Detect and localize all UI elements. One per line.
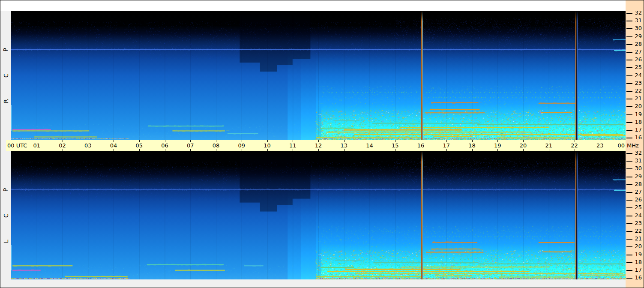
freq-tick-bottom-22	[626, 231, 632, 232]
time-label-00-utc: 00 UTC	[7, 142, 27, 149]
time-label-07: 07	[184, 142, 197, 149]
hour-tick-24-bot	[625, 149, 625, 151]
spectrogram-page: AJ4CO Observatory 02 Jan 2021 - DPS on T…	[0, 0, 644, 288]
freq-tick-bottom-25	[626, 207, 632, 208]
freq-label-bottom-31: 31	[632, 157, 642, 164]
hour-tick-10-bot	[267, 149, 268, 151]
freq-label-top-26: 26	[632, 56, 642, 63]
time-label-12: 12	[312, 142, 325, 149]
freq-tick-bottom-19	[626, 255, 632, 255]
freq-tick-bottom-24	[626, 216, 632, 216]
freq-label-top-24: 24	[632, 72, 642, 78]
freq-tick-bottom-21	[626, 239, 632, 240]
mhz-unit-label: MHz	[627, 142, 639, 149]
freq-tick-top-28	[626, 44, 632, 45]
freq-label-bottom-16: 16	[632, 274, 642, 281]
freq-tick-bottom-16	[626, 278, 632, 279]
polarization-letter-c: C	[3, 73, 9, 78]
freq-tick-top-19	[626, 114, 632, 115]
freq-label-top-29: 29	[632, 33, 642, 39]
freq-label-top-16: 16	[632, 134, 642, 141]
freq-label-top-32: 32	[632, 9, 642, 16]
time-label-04: 04	[107, 142, 120, 149]
time-label-15: 15	[389, 142, 401, 149]
time-label-03: 03	[81, 142, 94, 149]
freq-tick-top-27	[626, 52, 632, 53]
freq-label-bottom-28: 28	[632, 181, 642, 187]
hour-tick-4-bot	[114, 149, 114, 151]
freq-tick-top-16	[626, 138, 632, 138]
freq-tick-top-23	[626, 83, 632, 84]
freq-tick-bottom-23	[626, 223, 632, 224]
freq-label-bottom-23: 23	[632, 220, 642, 226]
time-label-21: 21	[542, 142, 555, 149]
time-label-18: 18	[466, 142, 479, 149]
hour-tick-12-bot	[318, 149, 319, 151]
time-label-23: 23	[593, 142, 606, 149]
time-label-08: 08	[210, 142, 222, 149]
polarization-letter-l: L	[3, 240, 9, 243]
freq-label-bottom-24: 24	[632, 212, 642, 219]
freq-scale-column: MHz 323130292827262524232221201918171632…	[626, 0, 644, 288]
polarization-letter-p: P	[2, 188, 9, 191]
hour-tick-16-bot	[421, 149, 421, 151]
freq-tick-top-30	[626, 28, 632, 29]
time-label-20: 20	[517, 142, 530, 149]
freq-tick-bottom-32	[626, 153, 632, 154]
freq-tick-bottom-18	[626, 262, 632, 263]
freq-tick-top-17	[626, 130, 632, 131]
freq-label-bottom-21: 21	[632, 235, 642, 242]
freq-tick-top-18	[626, 122, 632, 123]
time-label-24h: 00	[617, 142, 625, 149]
freq-tick-top-21	[626, 99, 632, 99]
title-bar: AJ4CO Observatory 02 Jan 2021 - DPS on T…	[0, 0, 629, 11]
hour-tick-11-bot	[293, 149, 293, 151]
rcp-polarization-label: PCR	[0, 11, 11, 140]
time-label-01: 01	[30, 142, 43, 149]
time-label-19: 19	[491, 142, 504, 149]
hour-tick-14-bot	[370, 149, 370, 151]
time-label-10: 10	[261, 142, 274, 149]
freq-tick-bottom-17	[626, 270, 632, 271]
freq-tick-top-24	[626, 75, 632, 76]
freq-label-top-25: 25	[632, 64, 642, 70]
hour-tick-21-bot	[549, 149, 549, 151]
hour-tick-6-bot	[165, 149, 165, 151]
freq-label-bottom-18: 18	[632, 259, 642, 265]
freq-label-bottom-29: 29	[632, 173, 642, 180]
freq-label-top-18: 18	[632, 119, 642, 125]
freq-label-top-30: 30	[632, 25, 642, 31]
freq-tick-bottom-30	[626, 168, 632, 169]
freq-label-bottom-22: 22	[632, 228, 642, 234]
time-label-11: 11	[286, 142, 299, 149]
freq-label-top-23: 23	[632, 80, 642, 86]
hour-tick-20-bot	[523, 149, 524, 151]
freq-label-top-17: 17	[632, 126, 642, 133]
lcp-polarization-label: PCL	[0, 151, 11, 279]
hour-tick-22-bot	[575, 149, 575, 151]
freq-tick-bottom-29	[626, 177, 632, 177]
freq-tick-top-25	[626, 67, 632, 68]
time-label-13: 13	[338, 142, 350, 149]
hour-tick-13-bot	[344, 149, 344, 151]
freq-label-top-21: 21	[632, 95, 642, 102]
freq-label-bottom-20: 20	[632, 243, 642, 249]
freq-tick-bottom-26	[626, 200, 632, 201]
freq-tick-top-26	[626, 60, 632, 60]
hour-tick-8-bot	[216, 149, 216, 151]
time-label-22: 22	[568, 142, 581, 149]
hour-tick-19-bot	[497, 149, 498, 151]
hour-tick-24-top	[625, 140, 625, 142]
freq-tick-top-32	[626, 13, 632, 14]
hour-tick-1-bot	[37, 149, 37, 151]
freq-tick-top-29	[626, 36, 632, 37]
time-label-05: 05	[133, 142, 146, 149]
polarization-letter-p: P	[2, 48, 9, 51]
hour-tick-9-bot	[242, 149, 242, 151]
time-label-16: 16	[414, 142, 427, 149]
hour-tick-23-bot	[600, 149, 600, 151]
hour-tick-17-bot	[446, 149, 447, 151]
freq-label-top-28: 28	[632, 41, 642, 47]
freq-label-top-27: 27	[632, 48, 642, 55]
hour-tick-5-bot	[139, 149, 140, 151]
